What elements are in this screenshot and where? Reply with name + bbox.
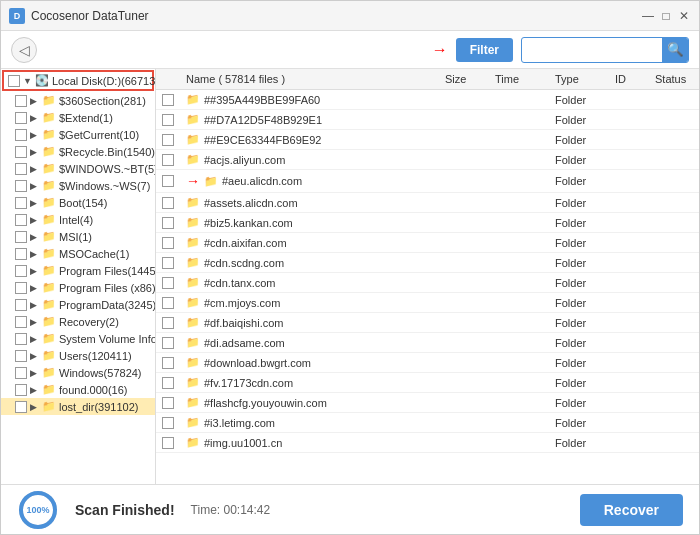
tree-item-label: Windows(57824) bbox=[59, 367, 142, 379]
maximize-button[interactable]: □ bbox=[659, 9, 673, 23]
file-time bbox=[489, 353, 549, 373]
file-checkbox[interactable] bbox=[162, 297, 174, 309]
tree-checkbox[interactable] bbox=[15, 214, 27, 226]
tree-item[interactable]: ▶📁Windows(57824) bbox=[1, 364, 155, 381]
tree-item[interactable]: ▶📁$Recycle.Bin(1540) bbox=[1, 143, 155, 160]
file-checkbox[interactable] bbox=[162, 377, 174, 389]
recover-button[interactable]: Recover bbox=[580, 494, 683, 526]
search-input[interactable] bbox=[522, 43, 662, 57]
tree-checkbox[interactable] bbox=[15, 231, 27, 243]
table-row: 📁#cdn.tanx.comFolder bbox=[156, 273, 699, 293]
file-id bbox=[609, 253, 649, 273]
file-checkbox[interactable] bbox=[162, 437, 174, 449]
tree-checkbox[interactable] bbox=[15, 163, 27, 175]
folder-icon: 📁 bbox=[42, 179, 56, 192]
tree-expand-icon: ▶ bbox=[30, 164, 40, 174]
tree-item[interactable]: ▶📁lost_dir(391102) bbox=[1, 398, 155, 415]
tree-item[interactable]: ▶📁$Extend(1) bbox=[1, 109, 155, 126]
tree-item[interactable]: ▶📁found.000(16) bbox=[1, 381, 155, 398]
tree-checkbox[interactable] bbox=[15, 333, 27, 345]
tree-expand-icon: ▶ bbox=[30, 198, 40, 208]
file-id bbox=[609, 413, 649, 433]
file-id bbox=[609, 213, 649, 233]
folder-icon: 📁 bbox=[42, 281, 56, 294]
file-time bbox=[489, 333, 549, 353]
file-size bbox=[439, 253, 489, 273]
file-checkbox[interactable] bbox=[162, 357, 174, 369]
file-name-cell: 📁#cdn.tanx.com bbox=[186, 276, 433, 289]
tree-item-root[interactable]: ▼ 💽 Local Disk(D:)(667138) bbox=[2, 70, 154, 91]
file-checkbox[interactable] bbox=[162, 277, 174, 289]
filter-button[interactable]: Filter bbox=[456, 38, 513, 62]
minimize-button[interactable]: — bbox=[641, 9, 655, 23]
tree-item[interactable]: ▶📁$GetCurrent(10) bbox=[1, 126, 155, 143]
row-arrow-annotation: → bbox=[186, 173, 200, 189]
file-checkbox[interactable] bbox=[162, 114, 174, 126]
tree-checkbox[interactable] bbox=[15, 129, 27, 141]
table-row: 📁#cm.mjoys.comFolder bbox=[156, 293, 699, 313]
tree-item[interactable]: ▶📁Users(120411) bbox=[1, 347, 155, 364]
file-checkbox[interactable] bbox=[162, 257, 174, 269]
tree-checkbox[interactable] bbox=[15, 299, 27, 311]
tree-expand-icon: ▶ bbox=[30, 232, 40, 242]
tree-item[interactable]: ▶📁Intel(4) bbox=[1, 211, 155, 228]
file-name-cell: 📁##D7A12D5F48B929E1 bbox=[186, 113, 433, 126]
file-status bbox=[649, 393, 699, 413]
tree-item[interactable]: ▶📁Boot(154) bbox=[1, 194, 155, 211]
tree-item[interactable]: ▶📁Program Files (x86)(23762) bbox=[1, 279, 155, 296]
back-button[interactable]: ◁ bbox=[11, 37, 37, 63]
file-folder-icon: 📁 bbox=[186, 316, 200, 329]
file-checkbox[interactable] bbox=[162, 237, 174, 249]
tree-item[interactable]: ▶📁$Windows.~WS(7) bbox=[1, 177, 155, 194]
tree-expand-icon: ▶ bbox=[30, 249, 40, 259]
file-checkbox[interactable] bbox=[162, 94, 174, 106]
file-id bbox=[609, 193, 649, 213]
file-checkbox[interactable] bbox=[162, 134, 174, 146]
tree-item[interactable]: ▶📁MSOCache(1) bbox=[1, 245, 155, 262]
tree-checkbox[interactable] bbox=[15, 248, 27, 260]
file-checkbox[interactable] bbox=[162, 175, 174, 187]
file-folder-icon: 📁 bbox=[186, 113, 200, 126]
file-time bbox=[489, 233, 549, 253]
tree-checkbox[interactable] bbox=[15, 401, 27, 413]
tree-checkbox[interactable] bbox=[15, 350, 27, 362]
file-checkbox[interactable] bbox=[162, 317, 174, 329]
table-row: →📁#aeu.alicdn.comFolder bbox=[156, 170, 699, 193]
file-folder-icon: 📁 bbox=[186, 216, 200, 229]
search-button[interactable]: 🔍 bbox=[662, 37, 688, 63]
tree-checkbox[interactable] bbox=[15, 180, 27, 192]
tree-checkbox[interactable] bbox=[8, 75, 20, 87]
file-checkbox[interactable] bbox=[162, 154, 174, 166]
time-header: Time bbox=[489, 69, 549, 90]
tree-item[interactable]: ▶📁ProgramData(3245) bbox=[1, 296, 155, 313]
file-status bbox=[649, 90, 699, 110]
tree-item[interactable]: ▶📁$360Section(281) bbox=[1, 92, 155, 109]
tree-item[interactable]: ▶📁MSI(1) bbox=[1, 228, 155, 245]
tree-checkbox[interactable] bbox=[15, 95, 27, 107]
progress-circle: 100% bbox=[17, 489, 59, 531]
tree-checkbox[interactable] bbox=[15, 367, 27, 379]
tree-checkbox[interactable] bbox=[15, 146, 27, 158]
tree-checkbox[interactable] bbox=[15, 384, 27, 396]
file-name-cell: 📁#cdn.scdng.com bbox=[186, 256, 433, 269]
tree-item[interactable]: ▶📁System Volume Information(116) bbox=[1, 330, 155, 347]
tree-checkbox[interactable] bbox=[15, 197, 27, 209]
tree-checkbox[interactable] bbox=[15, 316, 27, 328]
tree-item[interactable]: ▶📁Program Files(14459) bbox=[1, 262, 155, 279]
file-type: Folder bbox=[549, 353, 609, 373]
tree-checkbox[interactable] bbox=[15, 265, 27, 277]
tree-item[interactable]: ▶📁Recovery(2) bbox=[1, 313, 155, 330]
close-button[interactable]: ✕ bbox=[677, 9, 691, 23]
file-checkbox[interactable] bbox=[162, 197, 174, 209]
file-checkbox[interactable] bbox=[162, 417, 174, 429]
tree-checkbox[interactable] bbox=[15, 282, 27, 294]
tree-item[interactable]: ▶📁$WINDOWS.~BT(5) bbox=[1, 160, 155, 177]
tree-item-label: Local Disk(D:)(667138) bbox=[52, 75, 156, 87]
file-checkbox[interactable] bbox=[162, 397, 174, 409]
file-checkbox[interactable] bbox=[162, 217, 174, 229]
tree-checkbox[interactable] bbox=[15, 112, 27, 124]
file-size bbox=[439, 433, 489, 453]
file-time bbox=[489, 90, 549, 110]
file-checkbox[interactable] bbox=[162, 337, 174, 349]
file-id bbox=[609, 130, 649, 150]
